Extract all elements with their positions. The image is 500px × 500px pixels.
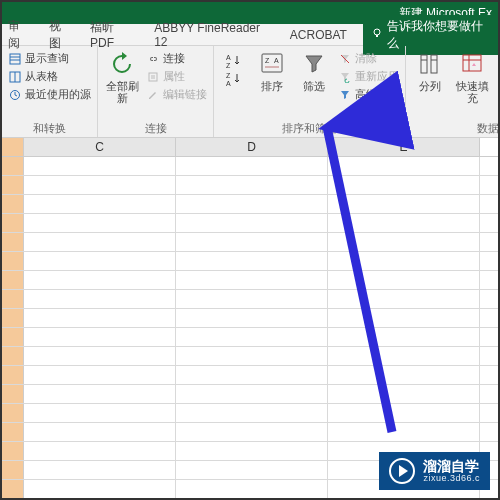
row-header[interactable] bbox=[2, 195, 24, 213]
edit-link-icon bbox=[146, 88, 160, 102]
cell[interactable] bbox=[24, 233, 176, 251]
cell[interactable] bbox=[176, 252, 328, 270]
row-header[interactable] bbox=[2, 157, 24, 175]
cell[interactable] bbox=[328, 404, 480, 422]
cell[interactable] bbox=[176, 309, 328, 327]
row-header-spacer bbox=[2, 138, 24, 156]
remove-duplicates-button[interactable]: 删除 重复值 bbox=[496, 50, 500, 104]
cell[interactable] bbox=[24, 423, 176, 441]
cell[interactable] bbox=[176, 347, 328, 365]
svg-text:Z: Z bbox=[226, 62, 231, 69]
spreadsheet: C D E bbox=[2, 138, 498, 499]
cell[interactable] bbox=[328, 385, 480, 403]
row-header[interactable] bbox=[2, 271, 24, 289]
svg-rect-23 bbox=[463, 55, 481, 71]
cell[interactable] bbox=[328, 252, 480, 270]
cell[interactable] bbox=[24, 404, 176, 422]
cell[interactable] bbox=[24, 271, 176, 289]
reapply-button[interactable]: 重新应用 bbox=[338, 68, 399, 85]
cell[interactable] bbox=[176, 480, 328, 498]
row-header[interactable] bbox=[2, 366, 24, 384]
row-header[interactable] bbox=[2, 176, 24, 194]
row-header[interactable] bbox=[2, 385, 24, 403]
row-header[interactable] bbox=[2, 290, 24, 308]
cell[interactable] bbox=[24, 328, 176, 346]
cell[interactable] bbox=[24, 309, 176, 327]
row-header[interactable] bbox=[2, 461, 24, 479]
cell[interactable] bbox=[176, 328, 328, 346]
cell[interactable] bbox=[176, 461, 328, 479]
row-header[interactable] bbox=[2, 480, 24, 498]
cell[interactable] bbox=[328, 290, 480, 308]
row-header[interactable] bbox=[2, 404, 24, 422]
cell[interactable] bbox=[176, 233, 328, 251]
col-header-e[interactable]: E bbox=[328, 138, 480, 156]
cell[interactable] bbox=[24, 366, 176, 384]
row-header[interactable] bbox=[2, 233, 24, 251]
cell[interactable] bbox=[328, 366, 480, 384]
tab-acrobat[interactable]: ACROBAT bbox=[288, 25, 349, 45]
cell[interactable] bbox=[24, 214, 176, 232]
cell[interactable] bbox=[328, 328, 480, 346]
row-header[interactable] bbox=[2, 309, 24, 327]
cell[interactable] bbox=[176, 423, 328, 441]
sort-az-button[interactable]: AZ ZA bbox=[220, 50, 248, 90]
edit-links-button[interactable]: 编辑链接 bbox=[146, 86, 207, 103]
cell[interactable] bbox=[24, 157, 176, 175]
show-queries-button[interactable]: 显示查询 bbox=[8, 50, 91, 67]
cell[interactable] bbox=[176, 157, 328, 175]
cell[interactable] bbox=[328, 347, 480, 365]
cell[interactable] bbox=[176, 404, 328, 422]
cell[interactable] bbox=[328, 157, 480, 175]
row-header[interactable] bbox=[2, 347, 24, 365]
cell[interactable] bbox=[328, 176, 480, 194]
cell[interactable] bbox=[328, 271, 480, 289]
group-get-transform: 显示查询 从表格 最近使用的源 和转换 bbox=[2, 46, 98, 137]
group-label-get: 和转换 bbox=[8, 119, 91, 136]
properties-button[interactable]: 属性 bbox=[146, 68, 207, 85]
row-header[interactable] bbox=[2, 328, 24, 346]
row-header[interactable] bbox=[2, 423, 24, 441]
cell[interactable] bbox=[328, 214, 480, 232]
cell[interactable] bbox=[24, 195, 176, 213]
flash-fill-button[interactable]: 快速填充 bbox=[454, 50, 490, 104]
cell[interactable] bbox=[176, 271, 328, 289]
svg-text:Z: Z bbox=[226, 72, 231, 79]
cell[interactable] bbox=[24, 442, 176, 460]
cell[interactable] bbox=[176, 442, 328, 460]
cell[interactable] bbox=[176, 214, 328, 232]
filter-button[interactable]: 筛选 bbox=[296, 50, 332, 92]
cell[interactable] bbox=[328, 309, 480, 327]
row-header[interactable] bbox=[2, 252, 24, 270]
col-header-c[interactable]: C bbox=[24, 138, 176, 156]
cell[interactable] bbox=[176, 366, 328, 384]
recent-sources-button[interactable]: 最近使用的源 bbox=[8, 86, 91, 103]
from-table-button[interactable]: 从表格 bbox=[8, 68, 91, 85]
cell[interactable] bbox=[24, 461, 176, 479]
cell[interactable] bbox=[328, 423, 480, 441]
sort-icon: ZA bbox=[258, 50, 286, 78]
cell[interactable] bbox=[24, 290, 176, 308]
cell[interactable] bbox=[176, 385, 328, 403]
cell[interactable] bbox=[24, 480, 176, 498]
cell[interactable] bbox=[176, 195, 328, 213]
cell[interactable] bbox=[24, 176, 176, 194]
col-header-d[interactable]: D bbox=[176, 138, 328, 156]
connections-button[interactable]: 连接 bbox=[146, 50, 207, 67]
text-to-columns-button[interactable]: 分列 bbox=[412, 50, 448, 92]
refresh-all-button[interactable]: 全部刷新 bbox=[104, 50, 140, 104]
row-header[interactable] bbox=[2, 442, 24, 460]
cell[interactable] bbox=[24, 347, 176, 365]
cell[interactable] bbox=[328, 233, 480, 251]
row-header[interactable] bbox=[2, 214, 24, 232]
cell[interactable] bbox=[24, 385, 176, 403]
sort-button[interactable]: ZA 排序 bbox=[254, 50, 290, 92]
svg-rect-19 bbox=[421, 55, 427, 73]
cell[interactable] bbox=[24, 252, 176, 270]
clear-filter-button[interactable]: 清除 bbox=[338, 50, 399, 67]
cell[interactable] bbox=[176, 176, 328, 194]
cell[interactable] bbox=[328, 195, 480, 213]
advanced-filter-button[interactable]: 高级 bbox=[338, 86, 399, 103]
cell[interactable] bbox=[176, 290, 328, 308]
table-row bbox=[2, 347, 498, 366]
